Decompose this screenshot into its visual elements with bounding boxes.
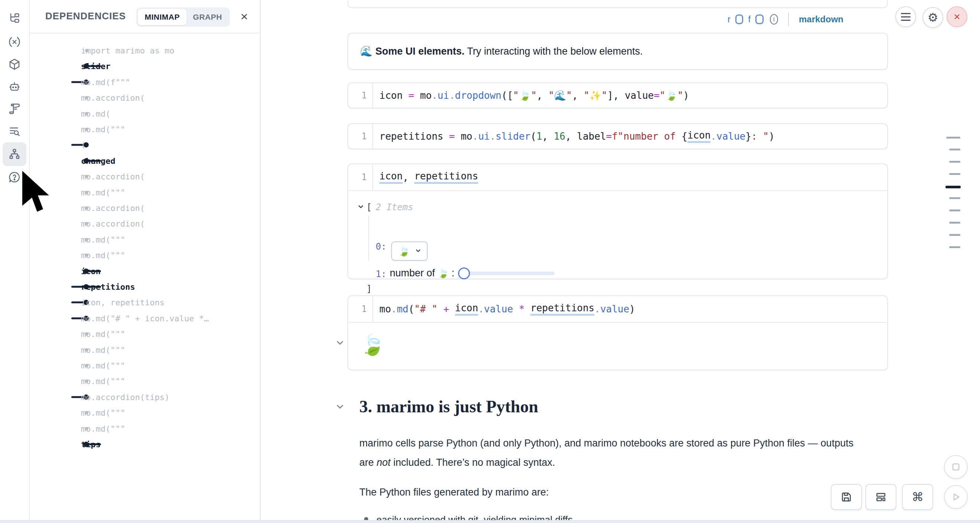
icon-dropdown-select[interactable]: 🍃 — [391, 241, 428, 261]
minimap-item[interactable]: mo.md(""" — [30, 358, 260, 373]
section-heading: 3. marimo is just Python — [360, 397, 538, 416]
code-cell-md[interactable]: 1 mo.md("# " + icon.value * repetitions.… — [347, 295, 888, 370]
minimap-item[interactable]: mo.md("# " + icon.value *… — [30, 311, 260, 326]
toolbar-divider — [788, 13, 789, 26]
outline-dash[interactable] — [949, 173, 960, 175]
tree-collapse-icon[interactable] — [358, 204, 364, 211]
code-token: ([ — [501, 90, 513, 101]
panel-close-button[interactable]: × — [235, 7, 254, 26]
minimap-item-label: ( — [81, 140, 86, 150]
minimap-item[interactable]: mo.md(""" — [30, 232, 260, 247]
line-number: 1 — [348, 164, 367, 190]
minimap-item[interactable]: mo.md(""" — [30, 421, 260, 437]
save-button[interactable] — [831, 484, 862, 510]
gutter-divider — [372, 164, 373, 190]
minimap-item[interactable]: slider — [30, 58, 260, 74]
output-collapse-chevron[interactable] — [336, 339, 344, 348]
code-cell-repetitions[interactable]: 1 repetitions = mo.ui.slider(1, 16, labe… — [347, 123, 888, 149]
minimap-item[interactable]: mo.md(""" — [30, 373, 260, 389]
code-token: repetitions — [530, 302, 594, 316]
minimap-item[interactable]: mo.md(f""" — [30, 74, 260, 90]
minimap-item[interactable]: icon — [30, 263, 260, 279]
command-button[interactable]: ⌘ — [902, 484, 933, 510]
code-token: } — [745, 131, 751, 142]
code-token: "number of — [618, 131, 681, 142]
outline-dash[interactable] — [949, 246, 960, 248]
search-icon[interactable] — [3, 119, 26, 143]
bottom-scroll-strip[interactable] — [0, 520, 980, 523]
close-icon: × — [954, 10, 960, 23]
tab-graph[interactable]: GRAPH — [187, 9, 228, 25]
layout-button[interactable] — [865, 484, 896, 510]
info-icon[interactable]: i — [770, 14, 778, 24]
outline-dash[interactable] — [949, 222, 960, 223]
section-collapse-chevron[interactable] — [336, 403, 344, 412]
ai-assistant-icon[interactable] — [3, 75, 26, 99]
command-icon: ⌘ — [912, 490, 924, 504]
code-editor[interactable]: repetitions = mo.ui.slider(1, 16, label=… — [379, 124, 775, 148]
bracket-close: ] — [366, 284, 372, 294]
minimap-item[interactable]: icon, repetitions — [30, 295, 260, 310]
r-checkbox[interactable] — [735, 14, 743, 24]
items-count: 2 Items — [375, 202, 413, 212]
outline-dash[interactable] — [949, 209, 960, 211]
gear-icon: ⚙ — [928, 10, 939, 24]
minimap-item[interactable]: repetitions — [30, 279, 260, 295]
code-editor[interactable]: icon = mo.ui.dropdown(["🍃", "🌊", "✨"], v… — [379, 83, 689, 108]
shutdown-button[interactable]: × — [947, 6, 967, 27]
minimap-item[interactable]: tips — [30, 437, 260, 452]
gutter-divider — [372, 296, 373, 322]
floppy-icon — [840, 491, 852, 503]
minimap-item[interactable]: mo.accordion(tips) — [30, 389, 260, 405]
minimap-item[interactable]: mo.md( — [30, 106, 260, 121]
outline-dash[interactable] — [949, 161, 960, 163]
outline-dash-active[interactable] — [945, 186, 961, 188]
outline-dash[interactable] — [949, 234, 960, 236]
dependencies-icon[interactable] — [3, 142, 26, 166]
minimap-item[interactable]: mo.md(""" — [30, 405, 260, 421]
minimap-item[interactable]: mo.md(""" — [30, 342, 260, 358]
minimap-item-label: mo.md(""" — [81, 408, 125, 418]
code-token: slider — [496, 131, 530, 142]
md-output-regular: Try interacting with the below elements. — [465, 46, 643, 57]
code-editor[interactable]: icon, repetitions — [379, 164, 478, 190]
snippets-icon[interactable] — [3, 97, 26, 121]
stop-button[interactable] — [944, 455, 968, 479]
code-cell-icon[interactable]: 1 icon = mo.ui.dropdown(["🍃", "🌊", "✨"],… — [347, 83, 888, 108]
file-tree-icon[interactable] — [3, 7, 26, 30]
md-output-cell[interactable]: 🌊 Some UI elements. Try interacting with… — [347, 33, 888, 70]
minimap-item[interactable]: mo.accordion( — [30, 216, 260, 231]
dropdown-value: 🍃 — [398, 246, 410, 257]
minimap-item[interactable]: mo.md(""" — [30, 247, 260, 263]
f-checkbox[interactable] — [756, 14, 764, 24]
repetitions-slider-track[interactable] — [461, 271, 555, 275]
minimap-item[interactable]: mo.md(""" — [30, 326, 260, 342]
repetitions-slider-handle[interactable] — [458, 268, 470, 279]
settings-button[interactable]: ⚙ — [923, 7, 943, 28]
panel-title: DEPENDENCIES — [45, 10, 126, 22]
packages-icon[interactable] — [3, 53, 26, 76]
outline-dash[interactable] — [946, 137, 960, 139]
code-token: "🍃" — [660, 90, 683, 101]
line-number: 1 — [348, 83, 367, 108]
outline-dash[interactable] — [949, 197, 960, 199]
code-token: , — [565, 131, 577, 142]
minimap-item[interactable]: import marimo as mo — [30, 43, 260, 58]
code-token: "🍃" — [513, 90, 537, 101]
top-editor-cell[interactable]: 1 **🌊 Some UI elements.** Try interactin… — [347, 0, 888, 8]
variables-icon[interactable] — [3, 30, 26, 54]
minimap-item[interactable]: mo.md(""" — [30, 121, 260, 137]
run-button[interactable] — [944, 485, 968, 509]
menu-button[interactable] — [896, 6, 916, 27]
minimap-item-label: icon, repetitions — [81, 298, 164, 307]
code-cell-tuple[interactable]: 1 icon, repetitions [ 2 Items 0: 🍃 1: nu… — [347, 163, 888, 279]
code-editor[interactable]: mo.md("# " + icon.value * repetitions.va… — [379, 296, 635, 322]
minimap-item[interactable]: changed — [30, 153, 260, 169]
tab-minimap[interactable]: MINIMAP — [138, 9, 187, 25]
minimap-item-label: mo.md(""" — [81, 377, 125, 386]
tree-key-1: 1: — [375, 269, 387, 279]
minimap-item[interactable]: ( — [30, 137, 260, 153]
minimap-item[interactable]: mo.accordion( — [30, 90, 260, 105]
markdown-mode-label[interactable]: markdown — [799, 14, 843, 24]
outline-dash[interactable] — [949, 148, 960, 150]
